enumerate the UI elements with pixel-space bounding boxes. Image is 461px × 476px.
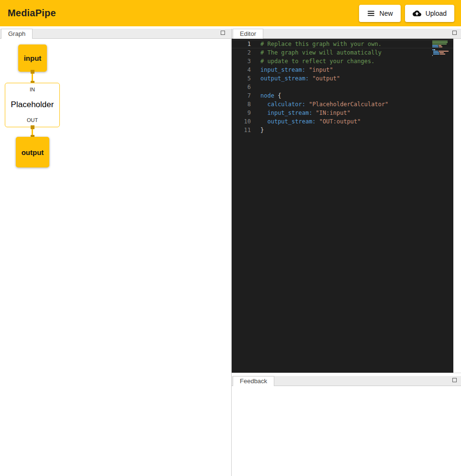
line-number: 3 xyxy=(232,57,251,66)
upload-button-label: Upload xyxy=(426,10,447,17)
code-line: 8 calculator: "PlaceholderCalculator" xyxy=(232,100,453,109)
menu-icon xyxy=(367,9,375,18)
code-line: 11} xyxy=(232,126,453,134)
maximize-icon[interactable] xyxy=(452,31,457,35)
placeholder-out-port-label: OUT xyxy=(27,117,38,123)
maximize-icon[interactable] xyxy=(452,378,457,382)
tab-graph[interactable]: Graph xyxy=(1,29,33,39)
line-number: 8 xyxy=(232,100,251,109)
line-number: 9 xyxy=(232,109,251,117)
line-number: 11 xyxy=(232,126,251,134)
cloud-upload-icon xyxy=(413,9,421,18)
graph-node-placeholder-label: Placeholder xyxy=(11,100,54,110)
editor-minimap[interactable] xyxy=(432,41,450,56)
code-line: 3# update to reflect your changes. xyxy=(232,57,453,66)
right-column: Editor 1# Replace this graph with your o… xyxy=(232,29,461,476)
new-button-label: New xyxy=(380,10,393,17)
graph-tab-bar: Graph xyxy=(0,29,231,39)
code-line: 9 input_stream: "IN:input" xyxy=(232,109,453,117)
code-line: 7node { xyxy=(232,91,453,100)
editor-tab-bar: Editor xyxy=(232,29,461,39)
feedback-panel: Feedback xyxy=(232,376,461,476)
upload-button[interactable]: Upload xyxy=(405,5,454,22)
line-number: 6 xyxy=(232,83,251,91)
line-number: 2 xyxy=(232,48,251,57)
graph-node-input[interactable]: input xyxy=(18,44,47,72)
graph-panel: Graph input IN Placeholder OUT output xyxy=(0,29,232,476)
code-line: 4input_stream: "input" xyxy=(232,66,453,74)
new-button[interactable]: New xyxy=(359,5,401,22)
graph-node-output-label: output xyxy=(22,148,44,156)
code-line: 10 output_stream: "OUT:output" xyxy=(232,117,453,126)
line-number: 5 xyxy=(232,74,251,83)
code-line: 6 xyxy=(232,83,453,91)
editor-panel: Editor 1# Replace this graph with your o… xyxy=(232,29,461,373)
main-content: Graph input IN Placeholder OUT output xyxy=(0,29,461,476)
line-number: 7 xyxy=(232,91,251,100)
port-input-out xyxy=(31,70,34,74)
editor-body: 1# Replace this graph with your own.2# T… xyxy=(232,39,461,373)
graph-canvas[interactable]: input IN Placeholder OUT output xyxy=(0,39,231,476)
port-placeholder-out xyxy=(31,125,34,129)
editor-rows: 1# Replace this graph with your own.2# T… xyxy=(232,40,453,134)
line-number: 1 xyxy=(232,40,251,48)
editor-scrollbar-track[interactable] xyxy=(453,39,461,373)
code-editor[interactable]: 1# Replace this graph with your own.2# T… xyxy=(232,39,453,373)
graph-node-output[interactable]: output xyxy=(16,137,49,167)
app-title: MediaPipe xyxy=(8,8,56,19)
feedback-tab-bar: Feedback xyxy=(232,376,461,386)
maximize-icon[interactable] xyxy=(221,31,225,35)
placeholder-in-port-label: IN xyxy=(30,87,35,92)
line-number: 4 xyxy=(232,66,251,74)
code-line: 1# Replace this graph with your own. xyxy=(232,40,453,48)
graph-node-placeholder[interactable]: IN Placeholder OUT xyxy=(5,83,60,127)
app-header: MediaPipe New Upload xyxy=(0,0,461,26)
tab-feedback[interactable]: Feedback xyxy=(233,376,274,386)
header-actions: New Upload xyxy=(359,5,454,22)
code-line: 2# The graph view will automatically xyxy=(232,48,453,57)
line-number: 10 xyxy=(232,117,251,126)
feedback-body xyxy=(232,386,461,476)
code-line: 5output_stream: "output" xyxy=(232,74,453,83)
tab-editor[interactable]: Editor xyxy=(233,29,263,39)
graph-node-input-label: input xyxy=(24,54,42,62)
